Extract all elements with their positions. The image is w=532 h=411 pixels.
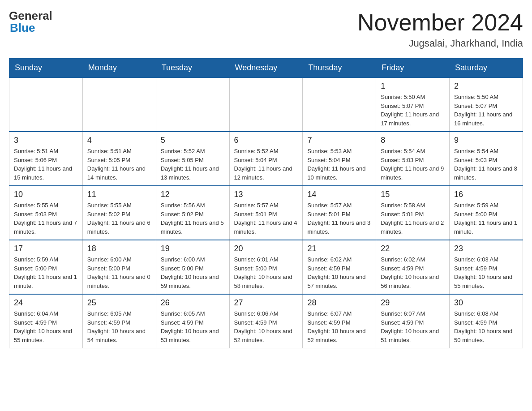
calendar-cell: 26Sunrise: 6:05 AM Sunset: 4:59 PM Dayli… [156,294,229,348]
day-number: 30 [454,298,518,308]
calendar-cell: 15Sunrise: 5:58 AM Sunset: 5:01 PM Dayli… [376,186,450,240]
calendar-cell: 29Sunrise: 6:07 AM Sunset: 4:59 PM Dayli… [376,294,450,348]
day-info: Sunrise: 5:54 AM Sunset: 5:03 PM Dayligh… [381,147,445,182]
calendar-table: SundayMondayTuesdayWednesdayThursdayFrid… [9,58,523,348]
day-info: Sunrise: 5:55 AM Sunset: 5:02 PM Dayligh… [87,201,151,236]
calendar-cell: 5Sunrise: 5:52 AM Sunset: 5:05 PM Daylig… [156,132,229,186]
day-info: Sunrise: 6:06 AM Sunset: 4:59 PM Dayligh… [234,309,298,344]
day-number: 14 [307,190,371,199]
calendar-cell: 18Sunrise: 6:00 AM Sunset: 5:00 PM Dayli… [82,240,156,294]
day-info: Sunrise: 6:03 AM Sunset: 4:59 PM Dayligh… [454,255,518,290]
day-info: Sunrise: 6:01 AM Sunset: 5:00 PM Dayligh… [234,255,298,290]
day-info: Sunrise: 6:05 AM Sunset: 4:59 PM Dayligh… [161,309,225,344]
day-of-week-header: Friday [376,59,450,78]
logo-blue-text: Blue [10,21,35,35]
day-number: 17 [14,244,78,253]
calendar-cell: 1Sunrise: 5:50 AM Sunset: 5:07 PM Daylig… [376,77,450,132]
day-of-week-header: Thursday [303,59,376,78]
day-number: 21 [307,244,371,253]
day-number: 22 [381,244,445,253]
day-number: 24 [14,298,78,308]
day-number: 18 [87,244,151,253]
day-info: Sunrise: 5:52 AM Sunset: 5:05 PM Dayligh… [161,147,225,182]
calendar-cell: 9Sunrise: 5:54 AM Sunset: 5:03 PM Daylig… [450,132,523,186]
calendar-week-row: 3Sunrise: 5:51 AM Sunset: 5:06 PM Daylig… [9,132,523,186]
day-number: 6 [234,136,298,145]
day-number: 5 [161,136,225,145]
calendar-cell: 19Sunrise: 6:00 AM Sunset: 5:00 PM Dayli… [156,240,229,294]
day-number: 26 [161,298,225,308]
calendar-week-row: 10Sunrise: 5:55 AM Sunset: 5:03 PM Dayli… [9,186,523,240]
day-info: Sunrise: 5:59 AM Sunset: 5:00 PM Dayligh… [454,201,518,236]
day-info: Sunrise: 6:08 AM Sunset: 4:59 PM Dayligh… [454,309,518,344]
calendar-cell: 10Sunrise: 5:55 AM Sunset: 5:03 PM Dayli… [9,186,83,240]
calendar-cell: 13Sunrise: 5:57 AM Sunset: 5:01 PM Dayli… [229,186,303,240]
day-number: 15 [381,190,445,199]
day-number: 3 [14,136,78,145]
calendar-cell: 14Sunrise: 5:57 AM Sunset: 5:01 PM Dayli… [303,186,376,240]
day-number: 27 [234,298,298,308]
month-title: November 2024 [357,9,523,36]
day-number: 25 [87,298,151,308]
day-number: 8 [381,136,445,145]
day-number: 12 [161,190,225,199]
calendar-cell: 8Sunrise: 5:54 AM Sunset: 5:03 PM Daylig… [376,132,450,186]
calendar-week-row: 24Sunrise: 6:04 AM Sunset: 4:59 PM Dayli… [9,294,523,348]
calendar-cell: 28Sunrise: 6:07 AM Sunset: 4:59 PM Dayli… [303,294,376,348]
day-number: 20 [234,244,298,253]
calendar-cell: 11Sunrise: 5:55 AM Sunset: 5:02 PM Dayli… [82,186,156,240]
calendar-cell: 3Sunrise: 5:51 AM Sunset: 5:06 PM Daylig… [9,132,83,186]
day-number: 29 [381,298,445,308]
day-of-week-header: Saturday [450,59,523,78]
day-number: 7 [307,136,371,145]
location: Jugsalai, Jharkhand, India [357,38,523,49]
day-number: 9 [454,136,518,145]
calendar-cell: 24Sunrise: 6:04 AM Sunset: 4:59 PM Dayli… [9,294,83,348]
calendar-cell: 27Sunrise: 6:06 AM Sunset: 4:59 PM Dayli… [229,294,303,348]
calendar-cell: 7Sunrise: 5:53 AM Sunset: 5:04 PM Daylig… [303,132,376,186]
calendar-cell: 25Sunrise: 6:05 AM Sunset: 4:59 PM Dayli… [82,294,156,348]
day-info: Sunrise: 5:52 AM Sunset: 5:04 PM Dayligh… [234,147,298,182]
calendar-cell: 20Sunrise: 6:01 AM Sunset: 5:00 PM Dayli… [229,240,303,294]
day-info: Sunrise: 5:56 AM Sunset: 5:02 PM Dayligh… [161,201,225,236]
calendar-cell: 16Sunrise: 5:59 AM Sunset: 5:00 PM Dayli… [450,186,523,240]
logo: General Blue [9,9,52,35]
calendar-cell: 12Sunrise: 5:56 AM Sunset: 5:02 PM Dayli… [156,186,229,240]
calendar-cell [303,77,376,132]
day-info: Sunrise: 5:54 AM Sunset: 5:03 PM Dayligh… [454,147,518,182]
day-number: 23 [454,244,518,253]
calendar-cell [9,77,83,132]
day-info: Sunrise: 5:51 AM Sunset: 5:05 PM Dayligh… [87,147,151,182]
calendar-week-row: 17Sunrise: 5:59 AM Sunset: 5:00 PM Dayli… [9,240,523,294]
day-number: 13 [234,190,298,199]
day-info: Sunrise: 6:07 AM Sunset: 4:59 PM Dayligh… [307,309,371,344]
day-info: Sunrise: 6:05 AM Sunset: 4:59 PM Dayligh… [87,309,151,344]
calendar-week-row: 1Sunrise: 5:50 AM Sunset: 5:07 PM Daylig… [9,77,523,132]
day-info: Sunrise: 6:00 AM Sunset: 5:00 PM Dayligh… [87,255,151,290]
day-number: 28 [307,298,371,308]
day-number: 10 [14,190,78,199]
day-info: Sunrise: 5:51 AM Sunset: 5:06 PM Dayligh… [14,147,78,182]
day-info: Sunrise: 6:02 AM Sunset: 4:59 PM Dayligh… [307,255,371,290]
day-info: Sunrise: 5:53 AM Sunset: 5:04 PM Dayligh… [307,147,371,182]
calendar-cell: 23Sunrise: 6:03 AM Sunset: 4:59 PM Dayli… [450,240,523,294]
day-info: Sunrise: 6:02 AM Sunset: 4:59 PM Dayligh… [381,255,445,290]
day-of-week-header: Tuesday [156,59,229,78]
calendar-cell [229,77,303,132]
day-of-week-header: Monday [82,59,156,78]
calendar-cell: 4Sunrise: 5:51 AM Sunset: 5:05 PM Daylig… [82,132,156,186]
day-info: Sunrise: 6:07 AM Sunset: 4:59 PM Dayligh… [381,309,445,344]
day-of-week-header: Sunday [9,59,83,78]
day-number: 2 [454,81,518,91]
day-of-week-header: Wednesday [229,59,303,78]
calendar-cell: 2Sunrise: 5:50 AM Sunset: 5:07 PM Daylig… [450,77,523,132]
day-info: Sunrise: 5:57 AM Sunset: 5:01 PM Dayligh… [307,201,371,236]
calendar-cell [82,77,156,132]
calendar-header-row: SundayMondayTuesdayWednesdayThursdayFrid… [9,59,523,78]
day-number: 16 [454,190,518,199]
day-info: Sunrise: 5:50 AM Sunset: 5:07 PM Dayligh… [454,93,518,128]
title-area: November 2024 Jugsalai, Jharkhand, India [357,9,523,49]
day-number: 11 [87,190,151,199]
page-header: General Blue November 2024 Jugsalai, Jha… [9,9,523,49]
day-info: Sunrise: 5:50 AM Sunset: 5:07 PM Dayligh… [381,93,445,128]
